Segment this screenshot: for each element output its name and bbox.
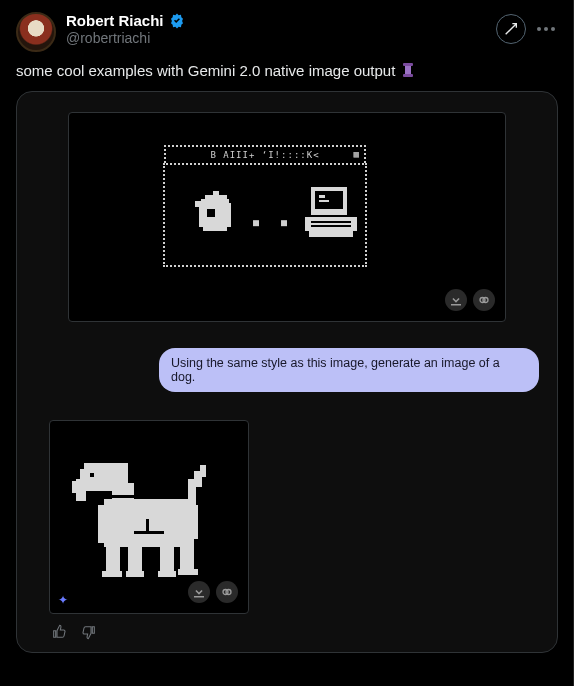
svg-rect-37: [180, 539, 194, 573]
more-icon: [537, 27, 555, 31]
dog-pixel-art: [50, 421, 250, 601]
more-button[interactable]: [534, 17, 558, 41]
svg-rect-27: [112, 483, 134, 501]
svg-rect-43: [90, 473, 94, 477]
sparkle-icon: ✦: [58, 593, 68, 607]
thumbs-up-icon: [51, 624, 67, 640]
grok-button[interactable]: [496, 14, 526, 44]
copy-icon: [221, 586, 233, 598]
svg-rect-6: [213, 191, 219, 195]
tweet-header: Robert Riachi @robertriachi: [16, 12, 558, 52]
computer-icon: [305, 187, 357, 243]
tweet-text: some cool examples with Gemini 2.0 nativ…: [16, 62, 558, 79]
svg-rect-4: [405, 66, 411, 75]
svg-rect-30: [188, 505, 198, 539]
thread-emoji-icon: [400, 62, 416, 78]
svg-rect-8: [201, 199, 229, 203]
feedback-row: [49, 622, 543, 642]
ascii-window-frame: B AIII+ ‘I!::::K< ▦ ■ ■ ■ ■: [163, 163, 367, 267]
svg-rect-20: [311, 225, 351, 227]
svg-rect-15: [309, 231, 353, 237]
svg-rect-34: [106, 543, 120, 575]
download-icon: [450, 294, 462, 306]
author-handle[interactable]: @robertriachi: [66, 30, 186, 47]
svg-rect-29: [98, 505, 108, 543]
svg-rect-41: [178, 569, 198, 575]
ascii-window-header: B AIII+ ‘I!::::K< ▦: [164, 145, 366, 163]
download-button-2[interactable]: [188, 581, 210, 603]
verified-badge-icon: [168, 12, 186, 30]
download-icon: [193, 586, 205, 598]
chat-image-panel-1[interactable]: B AIII+ ‘I!::::K< ▦ ■ ■ ■ ■: [68, 112, 506, 322]
thumbs-down-icon: [81, 624, 97, 640]
kettle-icon: [195, 191, 241, 241]
svg-rect-5: [403, 74, 413, 77]
svg-rect-33: [200, 465, 206, 477]
author-name[interactable]: Robert Riachi: [66, 12, 164, 30]
svg-rect-17: [319, 195, 325, 198]
svg-rect-3: [403, 63, 413, 66]
svg-rect-18: [319, 200, 329, 202]
dislike-button[interactable]: [79, 622, 99, 642]
chat-embed-card: B AIII+ ‘I!::::K< ▦ ■ ■ ■ ■: [16, 91, 558, 653]
svg-rect-45: [146, 519, 149, 533]
svg-point-1: [544, 27, 548, 31]
user-prompt-bubble: Using the same style as this image, gene…: [159, 348, 539, 392]
svg-point-2: [551, 27, 555, 31]
tweet-container: Robert Riachi @robertriachi some cool ex…: [0, 0, 574, 665]
svg-rect-11: [203, 227, 227, 231]
avatar[interactable]: [16, 12, 56, 52]
svg-rect-35: [128, 543, 142, 575]
svg-rect-14: [305, 217, 357, 231]
svg-rect-26: [72, 481, 86, 493]
svg-point-0: [537, 27, 541, 31]
svg-rect-7: [205, 195, 227, 199]
svg-rect-36: [160, 543, 174, 575]
svg-rect-39: [126, 571, 144, 577]
ascii-close-icon: ▦: [354, 149, 360, 159]
svg-rect-12: [207, 209, 215, 217]
copy-button-2[interactable]: [216, 581, 238, 603]
copy-button[interactable]: [473, 289, 495, 311]
copy-icon: [478, 294, 490, 306]
grok-icon: [503, 21, 519, 37]
like-button[interactable]: [49, 622, 69, 642]
svg-rect-19: [311, 221, 351, 223]
chat-image-panel-2[interactable]: ✦: [49, 420, 249, 614]
tweet-body-text: some cool examples with Gemini 2.0 nativ…: [16, 62, 395, 79]
svg-rect-38: [102, 571, 122, 577]
svg-rect-42: [110, 495, 136, 498]
svg-rect-40: [158, 571, 176, 577]
svg-rect-10: [195, 201, 203, 207]
author-block: Robert Riachi @robertriachi: [66, 12, 186, 47]
prompt-text: Using the same style as this image, gene…: [171, 356, 500, 384]
download-button[interactable]: [445, 289, 467, 311]
